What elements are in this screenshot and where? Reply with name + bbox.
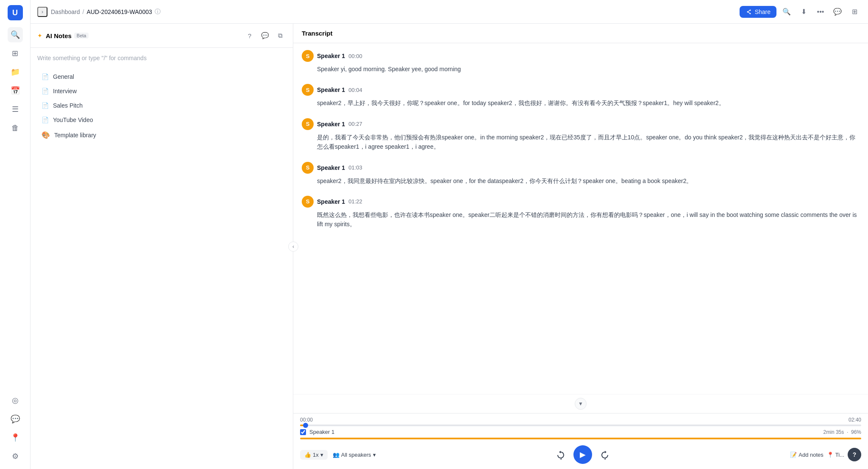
help-icon-button[interactable]: ? xyxy=(244,30,256,42)
ai-notes-title-text: AI Notes xyxy=(46,32,72,39)
sparkle-icon: ✦ xyxy=(37,32,42,39)
add-notes-button[interactable]: 📝 Add notes xyxy=(790,452,823,458)
sidebar-item-trash[interactable]: 🗑 xyxy=(8,120,23,136)
chat-notes-button[interactable]: 💬 xyxy=(259,30,271,42)
chat-header-button[interactable]: 💬 xyxy=(831,5,844,19)
speaker-time-2: 00:27 xyxy=(348,121,362,127)
sidebar-item-chat[interactable]: 💬 xyxy=(8,411,23,427)
breadcrumb: Dashboard / AUD-20240619-WA0003 ⓘ xyxy=(51,8,161,16)
speakers-chevron-icon: ▾ xyxy=(373,452,376,458)
speed-chevron-icon: ▾ xyxy=(320,452,323,458)
speakers-label: All speakers xyxy=(341,452,371,458)
svg-line-4 xyxy=(748,12,750,14)
speaker-row-1: S Speaker 1 00:04 xyxy=(302,84,860,96)
speaker-track-info: 2min 35s · 96% xyxy=(823,429,861,435)
transcript-text-4: 既然这么热，我想看些电影，也许在读本书speaker one。speaker二听… xyxy=(302,210,860,229)
player-controls: 👍 1x ▾ 👥 All speakers ▾ 3 xyxy=(293,442,868,469)
speaker-track-bar xyxy=(300,438,861,439)
speaker-1-checkbox[interactable] xyxy=(300,429,306,435)
speaker-avatar-0: S xyxy=(302,50,314,62)
speaker-duration: 2min 35s xyxy=(823,429,844,435)
sidebar-item-calendar[interactable]: 📅 xyxy=(8,83,23,98)
progress-thumb xyxy=(303,423,308,428)
template-list: 📄 General 📄 Interview 📄 Sales Pitch xyxy=(37,70,286,142)
sidebar-item-folder[interactable]: 📁 xyxy=(8,64,23,80)
template-item-youtube-video[interactable]: 📄 YouTube Video xyxy=(37,113,286,127)
doc-icon-sales-pitch: 📄 xyxy=(42,102,49,109)
skip-back-button[interactable]: 3 xyxy=(553,447,568,462)
speaker-avatar-3: S xyxy=(302,162,314,174)
speakers-dropdown-button[interactable]: 👥 All speakers ▾ xyxy=(333,452,376,458)
sidebar-item-circle[interactable]: ◎ xyxy=(8,393,23,408)
progress-labels: 00:00 02:40 xyxy=(300,417,861,423)
header-actions: Share 🔍 ⬇ ••• 💬 ⊞ xyxy=(740,5,861,19)
transcript-text-0: Speaker yi, good morning. Speaker yee, g… xyxy=(302,64,860,74)
sidebar-logo: U xyxy=(8,5,23,20)
ai-notes-title: AI Notes Beta xyxy=(46,32,89,39)
template-item-template-library[interactable]: 🎨 Template library xyxy=(37,128,286,142)
transcript-text-1: speaker2，早上好，我今天很好，你呢？speaker one。for to… xyxy=(302,98,860,108)
speaker-name-0: Speaker 1 xyxy=(317,53,345,59)
sidebar-item-list[interactable]: ☰ xyxy=(8,102,23,117)
ai-notes-header: ✦ AI Notes Beta ? 💬 ⧉ xyxy=(31,24,293,48)
help-button[interactable]: ? xyxy=(848,448,861,461)
speaker-track-row: Speaker 1 2min 35s · 96% xyxy=(293,426,868,438)
transcript-text-2: 是的，我看了今天会非常热，他们预报会有热浪speaker one。in the … xyxy=(302,133,860,152)
speaker-avatar-4: S xyxy=(302,196,314,208)
transcript-body: S Speaker 1 00:00 Speaker yi, good morni… xyxy=(293,43,868,394)
speed-button[interactable]: 👍 1x ▾ xyxy=(300,450,328,460)
template-label-interview: Interview xyxy=(53,88,77,94)
copy-notes-button[interactable]: ⧉ xyxy=(274,30,286,42)
template-label-general: General xyxy=(53,73,74,80)
speaker-row-4: S Speaker 1 01:22 xyxy=(302,196,860,208)
play-button[interactable]: ▶ xyxy=(573,445,592,464)
template-item-sales-pitch[interactable]: 📄 Sales Pitch xyxy=(37,99,286,112)
doc-icon-youtube-video: 📄 xyxy=(42,117,49,123)
skip-forward-button[interactable]: 3 xyxy=(597,447,612,462)
breadcrumb-home[interactable]: Dashboard xyxy=(51,8,80,15)
speaker-name-2: Speaker 1 xyxy=(317,121,345,128)
breadcrumb-separator: / xyxy=(83,8,84,15)
doc-icon-general: 📄 xyxy=(42,73,49,80)
sidebar-item-settings[interactable]: ⚙ xyxy=(8,449,23,464)
info-icon[interactable]: ⓘ xyxy=(155,8,161,16)
sidebar-item-home[interactable]: ⊞ xyxy=(8,46,23,61)
scroll-down-button[interactable]: ▼ xyxy=(575,398,587,410)
collapse-panel-button[interactable]: ‹ xyxy=(288,241,298,252)
speaker-time-0: 00:00 xyxy=(348,53,362,59)
speaker-avatar-1: S xyxy=(302,84,314,96)
share-label: Share xyxy=(755,8,771,15)
transcript-header: Transcript xyxy=(293,24,868,43)
speaker-row-3: S Speaker 1 01:03 xyxy=(302,162,860,174)
sidebar-item-search[interactable]: 🔍 xyxy=(8,27,23,42)
breadcrumb-current: AUD-20240619-WA0003 xyxy=(86,8,152,15)
expand-sidebar-button[interactable]: › xyxy=(37,7,47,17)
player-bar: 00:00 02:40 Speaker 1 2min 35s · xyxy=(293,413,868,469)
speaker-avatar-2: S xyxy=(302,118,314,130)
share-button[interactable]: Share xyxy=(740,6,776,18)
more-options-button[interactable]: ••• xyxy=(814,5,827,19)
svg-line-3 xyxy=(748,10,750,12)
skip-forward-label: 3 xyxy=(604,457,606,461)
speaker-row-2: S Speaker 1 00:27 xyxy=(302,118,860,130)
transcript-panel: Transcript S Speaker 1 00:00 Speaker yi,… xyxy=(293,24,868,469)
speed-icon: 👍 xyxy=(304,452,311,458)
main-area: › Dashboard / AUD-20240619-WA0003 ⓘ Shar… xyxy=(31,0,868,469)
download-button[interactable]: ⬇ xyxy=(797,5,810,19)
tips-button[interactable]: 📍 Ti... xyxy=(827,452,844,458)
content-split: ✦ AI Notes Beta ? 💬 ⧉ Write something or… xyxy=(31,24,868,469)
template-item-interview[interactable]: 📄 Interview xyxy=(37,84,286,98)
header: › Dashboard / AUD-20240619-WA0003 ⓘ Shar… xyxy=(31,0,868,24)
template-item-general[interactable]: 📄 General xyxy=(37,70,286,83)
progress-track[interactable] xyxy=(300,425,861,426)
add-notes-icon: 📝 xyxy=(790,452,797,458)
grid-header-button[interactable]: ⊞ xyxy=(848,5,861,19)
search-header-button[interactable]: 🔍 xyxy=(780,5,793,19)
ai-notes-body: Write something or type "/" for commands… xyxy=(31,48,293,469)
speaker-row-0: S Speaker 1 00:00 xyxy=(302,50,860,62)
emoji-icon-template-library: 🎨 xyxy=(42,131,50,139)
transcript-text-3: speaker2，我同意最好待在室内比较凉快。speaker one，for t… xyxy=(302,176,860,186)
doc-icon-interview: 📄 xyxy=(42,88,49,94)
transcript-entry-0: S Speaker 1 00:00 Speaker yi, good morni… xyxy=(302,50,860,74)
sidebar-item-location[interactable]: 📍 xyxy=(8,430,23,445)
